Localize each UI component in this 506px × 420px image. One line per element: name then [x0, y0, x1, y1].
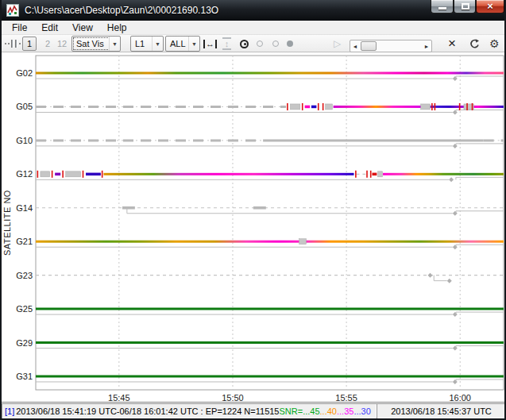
end-diamond	[447, 279, 452, 283]
plot-type-select[interactable]: Sat Vis ▼	[71, 36, 121, 52]
plot-area[interactable]: 15:4515:5015:5516:00SATELLITE NOG02G05G1…	[2, 52, 506, 403]
clear-icon[interactable]: ×	[448, 37, 456, 50]
status-time-range: 2013/06/18 15:41:19 UTC-06/18 16:01:42 U…	[16, 407, 279, 416]
plot-type-value: Sat Vis	[74, 38, 109, 49]
y-tick-label: G31	[16, 372, 33, 381]
status-clock: 2013/06/18 15:45:37 UTC	[391, 407, 492, 416]
satellite-trace-G31	[36, 376, 504, 384]
snr-legend-item: SNR=	[280, 407, 303, 416]
y-tick-label: G02	[16, 68, 33, 78]
app-icon	[6, 4, 19, 17]
maximize-icon	[462, 3, 469, 10]
scroll-right-icon[interactable]: ►	[422, 40, 431, 52]
fit-horizontal-icon[interactable]: ↔	[203, 40, 217, 48]
end-diamond	[453, 110, 458, 114]
y-tick-label: G21	[16, 237, 33, 246]
toolbar: 1 2 12 Sat Vis ▼ L1 ▼ ALL ▼ ↔ ↕ ▷	[2, 35, 504, 52]
titlebar[interactable]: C:\Users\acer\Desktop\Zaun\2\00021690.13…	[2, 0, 504, 21]
y-tick-label: G29	[16, 338, 33, 348]
panel-1-button[interactable]: 1	[22, 37, 37, 51]
gray-box-mark	[66, 171, 81, 177]
menu-item-edit[interactable]: Edit	[34, 22, 65, 33]
panel-2-button[interactable]: 2	[41, 39, 54, 48]
satellite-trace-G10	[36, 141, 504, 148]
close-button[interactable]: ×	[476, 0, 504, 13]
frequency-select[interactable]: L1 ▼	[130, 36, 164, 52]
options-gear-icon[interactable]: ⚙	[489, 37, 500, 50]
toolbar-grip[interactable]	[5, 35, 24, 52]
snr-legend-item: ...35	[337, 407, 353, 416]
rtkplot-window: C:\Users\acer\Desktop\Zaun\2\00021690.13…	[0, 0, 506, 420]
gray-box-mark	[299, 239, 307, 245]
satellite-trace-G23	[36, 273, 504, 283]
refresh-icon[interactable]	[469, 35, 480, 52]
snr-legend: SNR=...45...40...35...30	[280, 407, 371, 416]
y-tick-label: G25	[16, 304, 33, 314]
y-tick-label: G12	[16, 169, 33, 179]
y-tick-label: G05	[16, 102, 33, 111]
satellite-trace-G21	[36, 239, 504, 250]
dropdown-arrow-icon[interactable]: ▼	[109, 37, 120, 51]
snr-legend-item: ...30	[353, 407, 370, 416]
scroll-thumb[interactable]	[361, 41, 377, 51]
minimize-button[interactable]	[431, 0, 454, 13]
satellite-visibility-plot: 15:4515:5015:5516:00SATELLITE NOG02G05G1…	[2, 52, 506, 403]
y-tick-label: G23	[16, 271, 33, 280]
dropdown-arrow-icon[interactable]: ▼	[188, 37, 199, 51]
scroll-left-icon[interactable]: ◄	[350, 40, 360, 52]
gray-box-mark	[378, 171, 383, 177]
snr-legend-item: ...45	[303, 407, 319, 416]
y-tick-label: G10	[16, 136, 33, 145]
circle-toggle-2-icon[interactable]	[272, 40, 279, 47]
menubar: File Edit View Help	[2, 21, 504, 35]
obs-type-value: ALL	[168, 38, 188, 49]
panel-12-button[interactable]: 12	[56, 39, 68, 48]
menu-item-help[interactable]: Help	[100, 22, 134, 33]
time-scrollbar[interactable]: ◄ ►	[350, 40, 432, 52]
menu-item-view[interactable]: View	[65, 22, 100, 33]
end-diamond	[428, 273, 433, 278]
fit-vertical-icon[interactable]: ↕	[222, 37, 231, 50]
gray-box-mark	[421, 104, 431, 110]
y-tick-label: G14	[16, 203, 33, 213]
status-message-panel: [1] 2013/06/18 15:41:19 UTC-06/18 16:01:…	[2, 403, 377, 418]
end-diamond	[449, 177, 454, 182]
satellite-trace-G14	[36, 206, 504, 216]
gray-box-mark	[41, 171, 50, 177]
satellite-trace-G29	[36, 343, 504, 351]
close-icon: ×	[477, 0, 504, 13]
satellite-trace-G02	[36, 72, 504, 82]
circle-toggle-1-icon[interactable]	[257, 40, 263, 47]
animate-play-icon[interactable]: ▷	[334, 35, 341, 52]
status-clock-panel: 2013/06/18 15:45:37 UTC	[377, 403, 506, 418]
menu-item-file[interactable]: File	[5, 22, 34, 33]
gray-box-mark	[290, 104, 299, 110]
satellite-trace-G05	[36, 103, 504, 115]
end-diamond	[453, 312, 458, 317]
end-diamond	[453, 211, 458, 216]
center-origin-icon[interactable]	[240, 40, 249, 48]
minimize-icon	[438, 7, 446, 10]
dropdown-arrow-icon[interactable]: ▼	[152, 37, 163, 51]
satellite-trace-G12	[36, 171, 504, 183]
end-diamond	[453, 76, 458, 81]
satellite-trace-G25	[36, 309, 504, 317]
end-diamond	[453, 346, 458, 351]
maximize-button[interactable]	[454, 0, 476, 13]
frequency-value: L1	[133, 38, 152, 49]
obs-type-select[interactable]: ALL ▼	[165, 36, 200, 52]
end-diamond	[453, 245, 458, 249]
end-diamond	[453, 380, 458, 384]
statusbar: [1] 2013/06/18 15:41:19 UTC-06/18 16:01:…	[2, 402, 506, 418]
end-diamond	[453, 144, 458, 148]
window-title: C:\Users\acer\Desktop\Zaun\2\00021690.13…	[25, 5, 218, 16]
dot-toggle-icon[interactable]	[287, 40, 293, 47]
status-index: [1]	[5, 407, 14, 416]
snr-legend-item: ...40	[320, 407, 337, 416]
gray-box-mark	[326, 104, 333, 110]
y-axis-title: SATELLITE NO	[2, 190, 12, 256]
